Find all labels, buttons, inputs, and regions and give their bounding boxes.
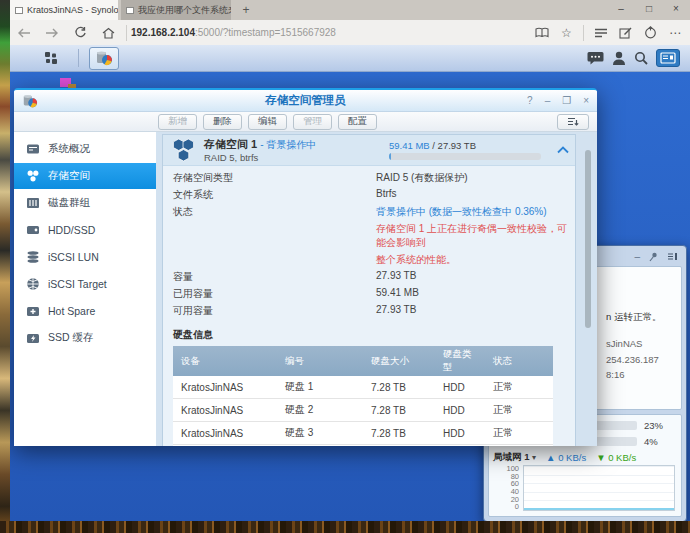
graph-y-axis: 100 80 60 40 20 0 (493, 465, 523, 511)
usage-progress-bar (389, 153, 541, 160)
browser-close-button[interactable]: × (663, 0, 689, 20)
status-badge: 正常 (485, 445, 553, 447)
back-icon[interactable] (10, 27, 38, 39)
window-maximize-button[interactable]: ❐ (562, 96, 571, 106)
reading-view-icon[interactable] (529, 27, 554, 38)
web-note-icon[interactable] (613, 27, 638, 39)
table-row[interactable]: KratosJinNAS硬盘 27.28 TBHDD正常 (173, 399, 553, 422)
background-wallpaper-strip (0, 0, 10, 533)
share-icon[interactable] (638, 26, 663, 39)
table-row[interactable]: KratosJinNAS硬盘 37.28 TBHDD正常 (173, 422, 553, 445)
sidebar-item-overview[interactable]: 系统概况 (14, 136, 156, 162)
table-row[interactable]: KratosJinNAS硬盘 17.28 TBHDD正常 (173, 376, 553, 399)
collapse-chevron-icon[interactable] (557, 146, 569, 154)
sidebar-item-storage-space[interactable]: 存储空间 (14, 163, 156, 189)
ram-percent: 4% (644, 436, 658, 447)
new-button[interactable]: 新增 (158, 114, 197, 130)
disk-info-table: 设备 编号 硬盘大小 硬盘类型 状态 KratosJinNAS硬盘 17.28 … (173, 346, 553, 446)
download-rate: ▼ 0 KB/s (596, 452, 636, 463)
edit-button[interactable]: 编辑 (248, 114, 287, 130)
volume-details: 存储空间类型 RAID 5 (有数据保护) 文件系统 Btrfs 状态 背景操作… (163, 166, 575, 322)
ip-address-text: 254.236.187 (606, 354, 659, 365)
overview-icon (26, 142, 40, 156)
forward-icon[interactable] (38, 27, 66, 39)
used-capacity: 59.41 MB (389, 140, 430, 151)
window-titlebar[interactable]: 存储空间管理员 ? – ❐ × (14, 90, 597, 112)
notifications-icon[interactable] (587, 51, 604, 66)
window-sidebar: 系统概况 存储空间 磁盘群组 HDD/SSD (14, 132, 156, 446)
dsm-taskbar (10, 45, 690, 72)
widget-minimize-icon[interactable]: – (634, 252, 640, 262)
ssd-cache-icon (26, 331, 40, 345)
screen: KratosJinNAS - Synolog × 我应使用哪个文件系统来创 + … (0, 0, 690, 533)
home-icon[interactable] (94, 27, 122, 39)
iscsi-target-icon (26, 277, 40, 291)
browser-tab-inactive[interactable]: 我应使用哪个文件系统来创 (121, 0, 231, 20)
configure-button[interactable]: 配置 (338, 114, 377, 130)
browser-tab-active[interactable]: KratosJinNAS - Synolog × (10, 0, 118, 20)
content-scrollbar[interactable] (585, 150, 591, 328)
background-taskbar-strip (0, 521, 690, 533)
browser-maximize-button[interactable]: □ (636, 0, 662, 20)
page-icon (126, 7, 134, 14)
volume-status-link[interactable]: - 背景操作中 (260, 139, 316, 150)
browser-minimize-button[interactable]: – (608, 0, 634, 20)
sidebar-item-disk-group[interactable]: 磁盘群组 (14, 190, 156, 216)
divider (126, 25, 127, 41)
collapse-all-button[interactable] (557, 114, 589, 130)
widget-pin-icon[interactable] (649, 252, 658, 262)
favorites-star-icon[interactable]: ☆ (554, 26, 579, 40)
hub-icon[interactable] (588, 28, 613, 38)
sidebar-item-ssd-cache[interactable]: SSD 缓存 (14, 325, 156, 351)
delete-button[interactable]: 删除 (203, 114, 242, 130)
main-menu-button[interactable] (34, 47, 68, 70)
new-tab-button[interactable]: + (238, 2, 254, 18)
storage-space-icon (26, 169, 40, 183)
graph-flatline (524, 508, 674, 510)
widget-collapse-icon[interactable] (667, 252, 678, 261)
user-icon[interactable] (612, 51, 626, 66)
volume-title: 存储空间 1 - 背景操作中 (204, 137, 316, 152)
health-status-text: n 运转正常。 (606, 311, 661, 324)
sidebar-item-hot-spare[interactable]: Hot Spare (14, 298, 156, 324)
window-content: 存储空间 1 - 背景操作中 RAID 5, btrfs 59.41 MB / … (156, 132, 597, 446)
window-close-button[interactable]: × (583, 96, 589, 106)
page-icon (15, 7, 23, 14)
volume-subtitle: RAID 5, btrfs (204, 152, 316, 163)
storage-manager-window: 存储空间管理员 ? – ❐ × 新增 删除 编辑 管理 配置 (14, 88, 597, 446)
volume-icon (171, 138, 196, 163)
upload-rate: ▲ 0 KB/s (546, 452, 586, 463)
sidebar-item-hdd-ssd[interactable]: HDD/SSD (14, 217, 156, 243)
window-minimize-button[interactable]: – (545, 96, 551, 106)
server-name-text: sJinNAS (606, 338, 642, 349)
widgets-panel-button[interactable] (656, 49, 680, 67)
window-help-button[interactable]: ? (527, 96, 533, 106)
url-host: 192.168.2.104 (131, 27, 195, 38)
divider (583, 25, 584, 41)
more-actions-icon[interactable]: ⋯ (663, 26, 688, 40)
sidebar-item-iscsi-lun[interactable]: iSCSI LUN (14, 244, 156, 270)
search-icon[interactable] (634, 51, 648, 65)
divider (78, 49, 79, 67)
manage-button[interactable]: 管理 (293, 114, 332, 130)
hot-spare-icon (26, 304, 40, 318)
volume-panel: 存储空间 1 - 背景操作中 RAID 5, btrfs 59.41 MB / … (162, 134, 576, 446)
iscsi-lun-icon (26, 250, 40, 264)
url-field[interactable]: 192.168.2.104:5000/?timestamp=1515667928 (131, 27, 529, 38)
tab-title: 我应使用哪个文件系统来创 (138, 4, 231, 17)
status-badge: 正常 (485, 422, 553, 445)
browser-window: KratosJinNAS - Synolog × 我应使用哪个文件系统来创 + … (10, 0, 690, 521)
usage-progress-fill (389, 153, 391, 160)
sidebar-item-iscsi-target[interactable]: iSCSI Target (14, 271, 156, 297)
lan-traffic-graph: 100 80 60 40 20 0 (493, 465, 675, 511)
lan-selector[interactable]: 局域网 1 ▾ (493, 451, 536, 464)
lan-row: 局域网 1 ▾ ▲ 0 KB/s ▼ 0 KB/s (493, 451, 636, 464)
graph-plot-area (523, 465, 675, 511)
table-row[interactable]: KratosJinNAS硬盘 47.28 TBHDD正常 (173, 445, 553, 447)
refresh-icon[interactable] (66, 26, 94, 39)
volume-header[interactable]: 存储空间 1 - 背景操作中 RAID 5, btrfs 59.41 MB / … (163, 135, 575, 166)
storage-manager-taskbar-icon[interactable] (89, 47, 119, 70)
url-rest: :5000/?timestamp=1515667928 (195, 27, 336, 38)
volume-usage: 59.41 MB / 27.93 TB (389, 140, 541, 160)
disk-info-section-title: 硬盘信息 (173, 328, 565, 342)
